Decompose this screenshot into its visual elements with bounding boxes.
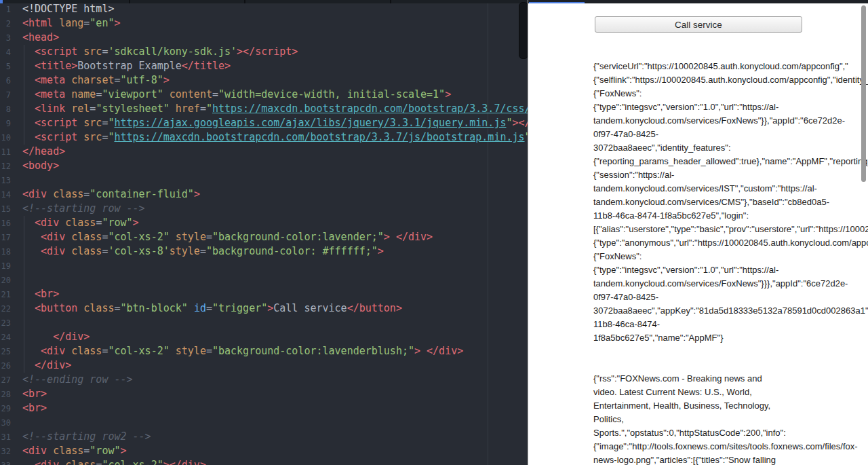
code-line: 26 </div> bbox=[0, 358, 528, 373]
code-line: 27<!--ending row --> bbox=[0, 373, 528, 387]
line-number: 20 bbox=[0, 274, 11, 288]
line-number: 24 bbox=[0, 331, 11, 345]
call-service-button[interactable]: Call service bbox=[595, 16, 802, 33]
code-line: 28<br> bbox=[0, 387, 528, 401]
output-line: 3072baa8aeec","identity_features": bbox=[593, 141, 868, 155]
line-number: 25 bbox=[0, 345, 11, 359]
output-line: 11b8-46ca-8474- bbox=[593, 318, 868, 331]
code-line: 2<html lang="en"> bbox=[0, 16, 528, 31]
line-number: 19 bbox=[0, 259, 11, 274]
line-number: 13 bbox=[0, 174, 11, 188]
service-config-output: {"serviceUrl":"https://100020845.auth.ko… bbox=[593, 60, 868, 345]
output-line: {"FoxNews": bbox=[593, 87, 868, 100]
screenshot-root: 1<!DOCTYPE html>2<html lang="en">3<head>… bbox=[0, 0, 868, 465]
output-line: 1f8a5bc627e5","name":"AppMF"} bbox=[593, 331, 868, 345]
code-line: 12<body> bbox=[0, 159, 528, 173]
output-line: {"session":"https://al- bbox=[593, 168, 868, 182]
code-line: 1<!DOCTYPE html> bbox=[0, 2, 528, 16]
output-line: {"type":"anonymous","url":"https://10002… bbox=[593, 236, 868, 250]
code-line: 19 bbox=[0, 259, 528, 273]
code-line: 11</head> bbox=[0, 145, 528, 159]
output-line: [{"alias":"userstore","type":"basic","pr… bbox=[593, 223, 868, 236]
output-line: {"reporting_params_header_allowed":true}… bbox=[593, 155, 868, 168]
code-line: 21 <br> bbox=[0, 287, 528, 301]
code-line: 24 </div> bbox=[0, 330, 528, 344]
code-line: 29<br> bbox=[0, 401, 528, 415]
code-line: 3<head> bbox=[0, 31, 528, 45]
line-number: 12 bbox=[0, 160, 11, 174]
line-number: 29 bbox=[0, 402, 11, 416]
output-line: 11b8-46ca-8474-1f8a5bc627e5","login": bbox=[593, 209, 868, 223]
browser-scrollbar-thumb[interactable] bbox=[861, 5, 866, 182]
line-number: 27 bbox=[0, 373, 11, 388]
line-number: 28 bbox=[0, 388, 11, 402]
code-line: 20 bbox=[0, 273, 528, 287]
code-line: 23 bbox=[0, 316, 528, 330]
output-line: 3072baa8aeec","appKey":"81da5d18333e5132… bbox=[593, 304, 868, 318]
line-number: 15 bbox=[0, 202, 11, 217]
rss-response-output: {"rss":"FOXNews.com - Breaking news andv… bbox=[593, 372, 858, 465]
line-number: 10 bbox=[0, 131, 11, 145]
code-line: 8 <link rel="stylesheet" href="https://m… bbox=[0, 102, 528, 116]
line-number: 32 bbox=[0, 445, 11, 459]
output-line: tandem.konycloud.com/services/FoxNews"}}… bbox=[593, 277, 868, 291]
code-line: 5 <title>Bootstrap Example</title> bbox=[0, 59, 528, 73]
line-number: 31 bbox=[0, 430, 11, 445]
code-line: 15<!--starting row --> bbox=[0, 202, 528, 216]
code-line: 22 <button class="btn-block" id="trigger… bbox=[0, 301, 528, 316]
line-number: 18 bbox=[0, 245, 11, 259]
line-number: 30 bbox=[0, 416, 11, 430]
output-line: {"serviceUrl":"https://100020845.auth.ko… bbox=[593, 60, 868, 73]
line-number: 21 bbox=[0, 288, 11, 302]
code-line: 4 <script src='sdkcall/kony-sdk.js'></sc… bbox=[0, 45, 528, 59]
code-line: 10 <script src="https://maxcdn.bootstrap… bbox=[0, 130, 528, 145]
code-line: 31<!--starting row2 --> bbox=[0, 430, 528, 444]
output-line: news-logo.png","articles":[{"titles":"Sn… bbox=[593, 453, 858, 465]
line-number: 5 bbox=[0, 60, 11, 74]
line-number: 2 bbox=[0, 17, 11, 31]
line-number: 8 bbox=[0, 103, 11, 117]
line-number: 11 bbox=[0, 145, 11, 160]
code-line: 25 <div class="col-xs-2" style="backgrou… bbox=[0, 344, 528, 358]
browser-top-strip bbox=[528, 0, 868, 3]
output-line: {"image":"http://tools.foxnews.com/sites… bbox=[593, 440, 858, 453]
output-line: 0f97-47a0-8425- bbox=[593, 128, 868, 141]
line-number: 7 bbox=[0, 88, 11, 103]
output-line: tandem.konycloud.com/services/IST","cust… bbox=[593, 182, 868, 196]
progress-bar-segment bbox=[529, 2, 585, 3]
code-line: 6 <meta charset="utf-8"> bbox=[0, 73, 528, 88]
editor-code-area[interactable]: 1<!DOCTYPE html>2<html lang="en">3<head>… bbox=[0, 2, 528, 465]
browser-pane: Call service {"serviceUrl":"https://1000… bbox=[528, 0, 868, 465]
code-line: 30 bbox=[0, 415, 528, 430]
output-line: video. Latest Current News: U.S., World, bbox=[593, 386, 858, 399]
line-number: 33 bbox=[0, 459, 11, 465]
line-number: 22 bbox=[0, 302, 11, 316]
line-number: 6 bbox=[0, 74, 11, 88]
output-line: Politics, bbox=[593, 413, 858, 426]
editor-scrollbar-thumb[interactable] bbox=[519, 2, 528, 59]
output-line: tandem.konycloud.com/services/CMS"},"bas… bbox=[593, 196, 868, 209]
line-number: 14 bbox=[0, 188, 11, 202]
code-editor-pane[interactable]: 1<!DOCTYPE html>2<html lang="en">3<head>… bbox=[0, 0, 528, 465]
code-line: 13 bbox=[0, 173, 528, 187]
output-line: Sports.","opstatus":0,"httpStatusCode":2… bbox=[593, 426, 858, 440]
output-line: {"FoxNews": bbox=[593, 250, 868, 263]
line-number: 23 bbox=[0, 316, 11, 331]
line-number: 4 bbox=[0, 45, 11, 60]
output-line: 0f97-47a0-8425- bbox=[593, 291, 868, 304]
code-line: 16 <div class="row"> bbox=[0, 216, 528, 230]
code-line: 17 <div class="col-xs-2" style="backgrou… bbox=[0, 230, 528, 244]
line-number: 17 bbox=[0, 231, 11, 245]
line-number: 26 bbox=[0, 359, 11, 373]
output-line: {"type":"integsvc","version":"1.0","url"… bbox=[593, 100, 868, 114]
code-line: 32<div class="row"> bbox=[0, 444, 528, 458]
code-line: 18 <div class='col-xs-8'style="backgroun… bbox=[0, 244, 528, 259]
line-number: 9 bbox=[0, 117, 11, 131]
line-number: 1 bbox=[0, 3, 11, 17]
output-line: {"selflink":"https://100020845.auth.kony… bbox=[593, 73, 868, 87]
line-number: 3 bbox=[0, 31, 11, 45]
output-line: {"rss":"FOXNews.com - Breaking news and bbox=[593, 372, 858, 386]
output-line: tandem.konycloud.com/services/FoxNews"}}… bbox=[593, 114, 868, 128]
line-number: 16 bbox=[0, 217, 11, 231]
output-line: {"type":"integsvc","version":"1.0","url"… bbox=[593, 263, 868, 277]
